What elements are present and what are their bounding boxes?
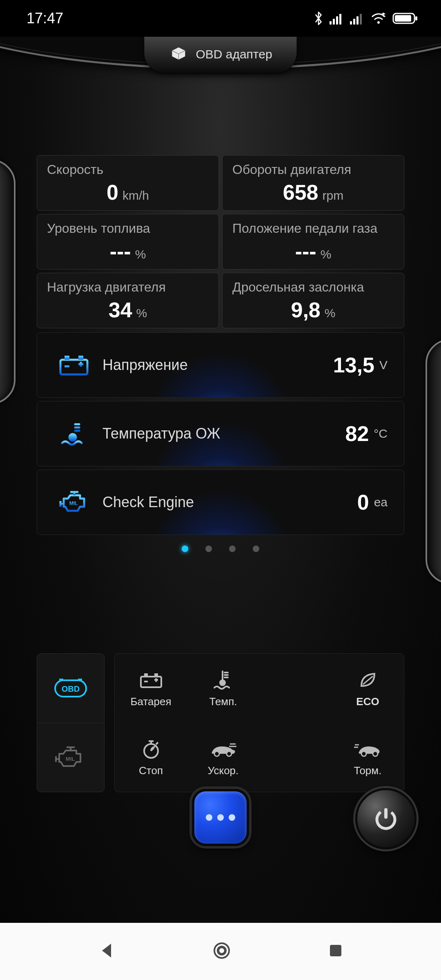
svg-rect-14 <box>78 356 83 360</box>
page-dot-1[interactable] <box>182 546 188 552</box>
svg-rect-35 <box>330 945 341 956</box>
gauge-value: --- <box>110 239 131 263</box>
page-indicator[interactable] <box>182 546 259 552</box>
svg-rect-15 <box>65 365 69 368</box>
row-value: 82 <box>345 421 369 446</box>
svg-point-30 <box>373 751 378 756</box>
quick-label: Темп. <box>209 695 237 708</box>
svg-rect-13 <box>65 356 69 360</box>
svg-point-8 <box>377 21 380 24</box>
svg-rect-2 <box>336 16 338 24</box>
status-icons <box>313 10 419 27</box>
gauge-value: 9,8 <box>291 298 321 322</box>
gauge-label: Нагрузка двигателя <box>47 280 209 295</box>
svg-rect-1 <box>333 19 335 24</box>
svg-point-33 <box>214 943 229 958</box>
obd-adapter-badge[interactable]: OBD адаптер <box>144 37 296 74</box>
quick-accel[interactable]: Ускор. <box>187 723 259 792</box>
gauge-label: Уровень топлива <box>47 221 209 236</box>
row-label: Напряжение <box>102 356 188 374</box>
quick-label: Ускор. <box>208 764 239 777</box>
svg-rect-12 <box>60 360 87 374</box>
svg-rect-23 <box>154 673 158 677</box>
gauge-value: --- <box>295 239 316 263</box>
row-coolant-temp[interactable]: Температура ОЖ 82 °C <box>37 401 404 466</box>
gauge-label: Дросельная заслонка <box>232 280 394 295</box>
svg-rect-3 <box>339 14 341 24</box>
gauge-rpm[interactable]: Обороты двигателя 658rpm <box>222 155 404 211</box>
gauge-throttle[interactable]: Дросельная заслонка 9,8% <box>222 273 404 328</box>
gauge-value: 658 <box>283 180 318 205</box>
quick-grid: Батарея Темп. ECO Стоп Ускор. Торм. <box>114 653 404 792</box>
left-bezel <box>0 159 16 404</box>
mode-column: OBD MIL <box>37 653 105 792</box>
battery-icon <box>392 12 419 25</box>
row-value: 0 <box>357 490 369 514</box>
row-check-engine[interactable]: MIL Check Engine 0 ea <box>37 470 404 535</box>
page-dot-4[interactable] <box>253 546 259 552</box>
gauge-fuel-level[interactable]: Уровень топлива ---% <box>37 214 219 270</box>
gauge-engine-load[interactable]: Нагрузка двигателя 34% <box>37 273 219 328</box>
svg-rect-6 <box>356 16 359 24</box>
gauge-value: 0 <box>107 180 118 205</box>
menu-button[interactable] <box>192 789 249 846</box>
nav-home-button[interactable] <box>211 940 232 963</box>
gauge-unit: % <box>135 247 146 261</box>
nav-recents-button[interactable] <box>327 942 345 961</box>
page-dot-2[interactable] <box>205 546 212 552</box>
wide-gauges: Напряжение 13,5 V Температура ОЖ 82 °C M… <box>37 332 404 535</box>
quick-battery[interactable]: Батарея <box>115 654 187 723</box>
svg-point-25 <box>220 680 225 685</box>
gauge-unit: % <box>136 306 147 320</box>
thermometer-icon <box>212 668 235 692</box>
engine-icon: MIL <box>53 490 94 515</box>
gauge-unit: % <box>321 247 332 261</box>
svg-rect-24 <box>144 681 148 682</box>
obd-adapter-label: OBD адаптер <box>196 47 272 61</box>
row-unit: ea <box>374 495 388 509</box>
gauge-pedal-position[interactable]: Положение педали газа ---% <box>222 214 404 270</box>
svg-rect-0 <box>330 21 332 24</box>
svg-text:OBD: OBD <box>62 684 80 693</box>
svg-point-27 <box>214 751 219 756</box>
row-voltage[interactable]: Напряжение 13,5 V <box>37 332 404 398</box>
quick-temp[interactable]: Темп. <box>187 654 259 723</box>
quick-label: Стоп <box>139 764 163 777</box>
gauge-label: Обороты двигателя <box>232 162 394 177</box>
wifi-icon <box>370 12 387 25</box>
quick-stop[interactable]: Стоп <box>115 723 187 792</box>
row-unit: V <box>379 358 388 372</box>
gauge-label: Положение педали газа <box>232 221 394 236</box>
bottom-panel: OBD MIL Батарея Темп. ECO Стоп <box>37 653 404 792</box>
quick-label: Батарея <box>130 695 171 708</box>
signal-1-icon <box>330 12 344 24</box>
right-bezel <box>425 339 441 584</box>
thermometer-icon <box>53 419 94 448</box>
svg-text:MIL: MIL <box>69 501 78 506</box>
power-button[interactable] <box>355 788 416 849</box>
gauges-grid: Скорость 0km/h Обороты двигателя 658rpm … <box>37 155 404 328</box>
row-label: Температура ОЖ <box>102 425 220 442</box>
gauge-label: Скорость <box>47 162 209 177</box>
app-dashboard: OBD адаптер Скорость 0km/h Обороты двига… <box>0 37 441 923</box>
gauge-speed[interactable]: Скорость 0km/h <box>37 155 219 211</box>
page-dot-3[interactable] <box>229 546 236 552</box>
nav-back-button[interactable] <box>96 940 117 962</box>
svg-rect-11 <box>415 16 417 20</box>
car-brake-icon <box>353 737 383 761</box>
svg-rect-4 <box>350 21 352 24</box>
quick-eco[interactable]: ECO <box>332 654 404 723</box>
quick-label: ECO <box>356 695 379 708</box>
svg-rect-7 <box>360 14 362 24</box>
battery-icon <box>138 668 164 692</box>
mode-obd-button[interactable]: OBD <box>37 654 104 723</box>
system-nav-bar <box>0 923 441 980</box>
mode-mil-button[interactable]: MIL <box>37 723 104 792</box>
svg-rect-21 <box>141 677 161 687</box>
row-unit: °C <box>374 427 388 441</box>
leaf-icon <box>357 668 379 692</box>
row-value: 13,5 <box>333 353 374 377</box>
svg-rect-5 <box>353 19 355 24</box>
quick-brake[interactable]: Торм. <box>332 723 404 792</box>
svg-point-28 <box>227 751 232 756</box>
